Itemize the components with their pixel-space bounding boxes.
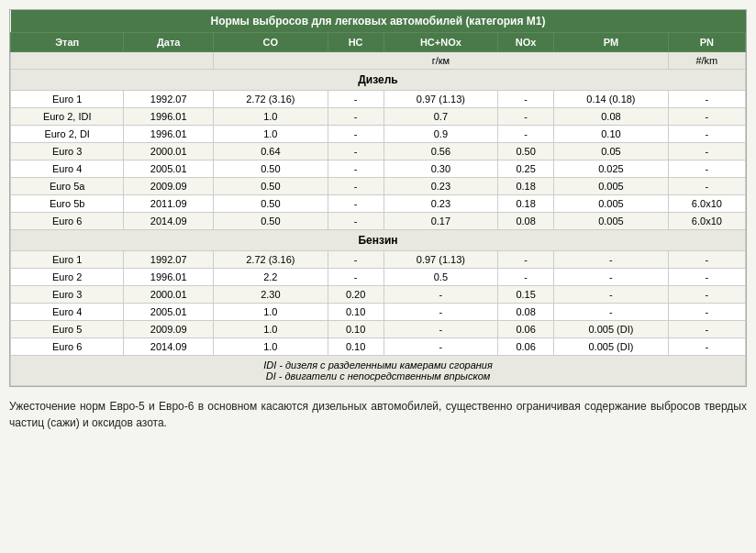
co: 1.0	[214, 338, 328, 356]
pn: -	[668, 321, 745, 338]
pm: 0.005	[554, 213, 669, 230]
table-row: Euro 1 1992.07 2.72 (3.16) - 0.97 (1.13)…	[11, 91, 746, 108]
stage: Euro 2	[11, 269, 124, 286]
pn: -	[668, 143, 745, 160]
pm: 0.005	[554, 178, 669, 195]
co: 1.0	[214, 126, 328, 143]
pn: -	[668, 269, 745, 286]
pn: -	[668, 108, 745, 126]
date: 2009.09	[124, 321, 214, 338]
table-row: Euro 2, DI 1996.01 1.0 - 0.9 - 0.10 -	[11, 126, 746, 143]
table-row: Euro 5b 2011.09 0.50 - 0.23 0.18 0.005 6…	[11, 195, 746, 213]
hcnox: -	[384, 321, 498, 338]
nox: 0.08	[498, 304, 554, 321]
date: 2005.01	[124, 304, 214, 321]
col-header-pn: PN	[668, 33, 745, 52]
table-title-row: Нормы выбросов для легковых автомобилей …	[11, 10, 746, 33]
stage: Euro 1	[11, 251, 124, 269]
nox: 0.25	[498, 160, 554, 178]
hc: -	[328, 91, 384, 108]
col-header-hcnox: HC+NOx	[384, 33, 498, 52]
hc: -	[328, 178, 384, 195]
table-row: Euro 6 2014.09 0.50 - 0.17 0.08 0.005 6.…	[11, 213, 746, 230]
pn: 6.0x10	[668, 213, 745, 230]
date: 1992.07	[124, 91, 214, 108]
nox: -	[498, 251, 554, 269]
nox: 0.18	[498, 195, 554, 213]
date: 2014.09	[124, 338, 214, 356]
hcnox: 0.9	[384, 126, 498, 143]
date: 2011.09	[124, 195, 214, 213]
footer-text: Ужесточение норм Евро-5 и Евро-6 в основ…	[9, 398, 747, 431]
pm: -	[554, 269, 669, 286]
stage: Euro 5	[11, 321, 124, 338]
pm: -	[554, 286, 669, 304]
emissions-table: Нормы выбросов для легковых автомобилей …	[10, 10, 746, 386]
hc: -	[328, 143, 384, 160]
diesel-section-row: Дизель	[11, 70, 746, 91]
table-row: Euro 3 2000.01 0.64 - 0.56 0.50 0.05 -	[11, 143, 746, 160]
nox: -	[498, 108, 554, 126]
co: 1.0	[214, 321, 328, 338]
unit-pn: #/km	[668, 52, 745, 70]
hcnox: 0.5	[384, 269, 498, 286]
stage: Euro 1	[11, 91, 124, 108]
date: 2000.01	[124, 286, 214, 304]
stage: Euro 4	[11, 304, 124, 321]
nox: -	[498, 126, 554, 143]
pm: 0.10	[554, 126, 669, 143]
co: 1.0	[214, 108, 328, 126]
table-row: Euro 3 2000.01 2.30 0.20 - 0.15 - -	[11, 286, 746, 304]
hcnox: 0.23	[384, 195, 498, 213]
hcnox: 0.56	[384, 143, 498, 160]
stage: Euro 2, IDI	[11, 108, 124, 126]
pm: 0.025	[554, 160, 669, 178]
pn: -	[668, 286, 745, 304]
hcnox: 0.97 (1.13)	[384, 251, 498, 269]
table-row: Euro 2 1996.01 2.2 - 0.5 - - -	[11, 269, 746, 286]
pm: 0.005 (DI)	[554, 338, 669, 356]
col-header-stage: Этап	[11, 33, 124, 52]
stage: Euro 5b	[11, 195, 124, 213]
date: 2009.09	[124, 178, 214, 195]
co: 2.30	[214, 286, 328, 304]
unit-empty	[11, 52, 214, 70]
co: 2.2	[214, 269, 328, 286]
pm: -	[554, 251, 669, 269]
stage: Euro 3	[11, 143, 124, 160]
pn: -	[668, 126, 745, 143]
date: 1996.01	[124, 269, 214, 286]
table-row: Euro 2, IDI 1996.01 1.0 - 0.7 - 0.08 -	[11, 108, 746, 126]
pn: -	[668, 160, 745, 178]
pn: 6.0x10	[668, 195, 745, 213]
pn: -	[668, 304, 745, 321]
nox: 0.06	[498, 321, 554, 338]
notes-row: IDI - дизеля с разделенными камерами сго…	[11, 356, 746, 386]
hc: 0.10	[328, 321, 384, 338]
hcnox: -	[384, 304, 498, 321]
hc: -	[328, 251, 384, 269]
hcnox: 0.97 (1.13)	[384, 91, 498, 108]
col-header-pm: PM	[554, 33, 669, 52]
pm: 0.05	[554, 143, 669, 160]
unit-gram: г/км	[214, 52, 669, 70]
hcnox: 0.17	[384, 213, 498, 230]
co: 2.72 (3.16)	[214, 251, 328, 269]
stage: Euro 6	[11, 338, 124, 356]
col-header-date: Дата	[124, 33, 214, 52]
nox: -	[498, 269, 554, 286]
hc: 0.10	[328, 304, 384, 321]
hc: 0.10	[328, 338, 384, 356]
hc: -	[328, 108, 384, 126]
col-header-nox: NOx	[498, 33, 554, 52]
nox: 0.18	[498, 178, 554, 195]
date: 1992.07	[124, 251, 214, 269]
nox: 0.08	[498, 213, 554, 230]
units-row: г/км #/km	[11, 52, 746, 70]
pm: -	[554, 304, 669, 321]
date: 2014.09	[124, 213, 214, 230]
co: 0.50	[214, 178, 328, 195]
nox: 0.06	[498, 338, 554, 356]
petrol-section-label: Бензин	[11, 230, 746, 251]
col-header-co: CO	[214, 33, 328, 52]
